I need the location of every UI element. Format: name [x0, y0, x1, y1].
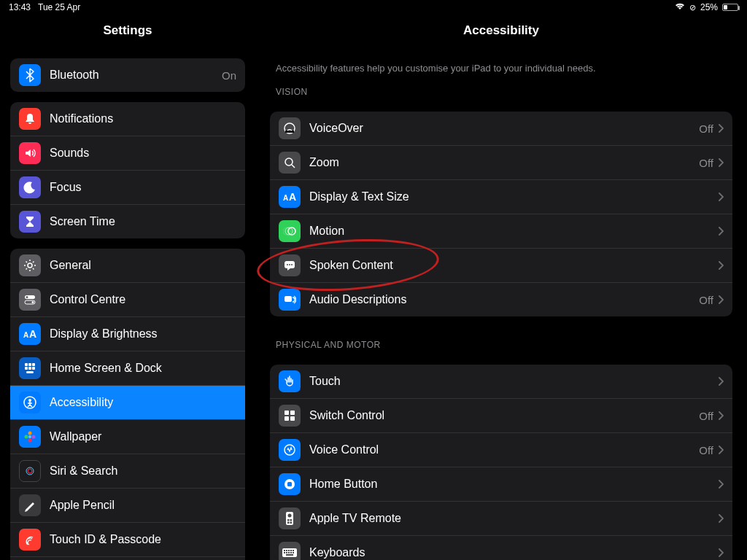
row-display-brightness[interactable]: AA Display & Brightness [10, 317, 245, 351]
svg-rect-50 [290, 519, 293, 521]
row-bluetooth[interactable]: Bluetooth On [10, 58, 245, 92]
chevron-right-icon [718, 548, 724, 557]
bluetooth-icon [19, 64, 41, 86]
svg-point-37 [289, 264, 290, 265]
row-label: Apple Pencil [50, 499, 228, 512]
chevron-right-icon [718, 227, 724, 236]
voiceover-icon [279, 117, 301, 139]
status-battery: 25% [700, 2, 718, 12]
svg-rect-41 [290, 411, 295, 415]
svg-rect-57 [290, 550, 292, 551]
svg-point-29 [285, 158, 293, 166]
row-focus[interactable]: Focus [10, 171, 245, 205]
wifi-icon [675, 2, 685, 12]
svg-point-36 [287, 264, 288, 265]
row-display-text-size[interactable]: AA Display & Text Size [270, 180, 732, 214]
svg-rect-39 [285, 296, 292, 302]
screentime-icon [19, 211, 41, 233]
row-siri-search[interactable]: Siri & Search [10, 454, 245, 489]
svg-rect-40 [285, 411, 289, 415]
status-bar: 13:43 Tue 25 Apr ⊘ 25% [0, 0, 747, 15]
general-icon [19, 254, 41, 276]
svg-rect-63 [293, 552, 294, 553]
chevron-right-icon [718, 158, 724, 167]
row-touch[interactable]: Touch [270, 365, 732, 399]
svg-point-19 [25, 435, 28, 439]
row-general[interactable]: General [10, 249, 245, 283]
row-label: Display & Brightness [50, 327, 228, 341]
row-label: Apple TV Remote [309, 512, 709, 525]
row-notifications[interactable]: Notifications [10, 102, 245, 136]
chevron-right-icon [718, 411, 724, 420]
row-label: Bluetooth [50, 69, 213, 82]
row-trail: Off [699, 294, 724, 306]
row-voice-control[interactable]: Voice Control Off [270, 433, 732, 467]
detail-group: VoiceOver Off Zoom Off AA Display & Text… [270, 112, 732, 316]
row-screen-time[interactable]: Screen Time [10, 205, 245, 238]
svg-rect-55 [286, 550, 287, 551]
row-trail: Off [699, 410, 724, 422]
sidebar-group: Bluetooth On [10, 58, 245, 92]
svg-point-16 [28, 435, 31, 438]
row-spoken-content[interactable]: Spoken Content [270, 249, 732, 283]
svg-point-20 [32, 435, 36, 439]
svg-rect-49 [287, 519, 290, 521]
spoken-content-icon [279, 254, 301, 276]
row-trail [718, 261, 724, 270]
row-label: Touch ID & Passcode [50, 533, 228, 546]
siri-icon [19, 460, 41, 482]
row-touch-id-passcode[interactable]: Touch ID & Passcode [10, 523, 245, 557]
row-home-button[interactable]: Home Button [270, 467, 732, 502]
svg-rect-46 [287, 482, 292, 486]
detail-title: Accessibility [270, 16, 732, 48]
row-switch-control[interactable]: Switch Control Off [270, 399, 732, 433]
apple-tv-remote-icon [279, 508, 301, 529]
row-keyboards[interactable]: Keyboards [270, 536, 732, 560]
svg-rect-28 [285, 131, 294, 133]
status-date: Tue 25 Apr [38, 2, 80, 12]
row-label: Voice Control [309, 443, 690, 456]
svg-point-21 [24, 465, 36, 477]
home-button-icon [279, 473, 301, 495]
row-label: Home Button [309, 478, 709, 491]
row-label: Display & Text Size [309, 190, 709, 203]
svg-text:A: A [289, 191, 296, 203]
home-screen-icon [19, 357, 41, 379]
row-battery[interactable]: Battery [10, 557, 245, 560]
row-voiceover[interactable]: VoiceOver Off [270, 112, 732, 146]
row-zoom[interactable]: Zoom Off [270, 146, 732, 180]
row-control-centre[interactable]: Control Centre [10, 283, 245, 317]
accessibility-icon [19, 392, 41, 413]
keyboards-icon [279, 542, 301, 560]
sidebar-group: Notifications Sounds Focus Screen Time [10, 102, 245, 238]
row-trail: Off [699, 122, 724, 135]
row-apple-pencil[interactable]: Apple Pencil [10, 489, 245, 523]
row-label: Siri & Search [50, 464, 228, 478]
svg-point-3 [26, 296, 28, 298]
chevron-right-icon [718, 377, 724, 386]
svg-rect-51 [287, 522, 290, 524]
row-trail-value: Off [699, 122, 713, 135]
row-label: Switch Control [309, 409, 690, 422]
voice-control-icon [279, 439, 301, 461]
touch-icon [279, 370, 301, 392]
row-sounds[interactable]: Sounds [10, 136, 245, 171]
row-wallpaper[interactable]: Wallpaper [10, 420, 245, 454]
audio-desc-icon [279, 289, 301, 311]
row-audio-descriptions[interactable]: Audio Descriptions Off [270, 283, 732, 316]
row-motion[interactable]: Motion [270, 214, 732, 249]
row-trail [718, 514, 724, 523]
svg-point-0 [28, 263, 32, 268]
row-home-screen-dock[interactable]: Home Screen & Dock [10, 351, 245, 386]
row-trail-value: On [222, 69, 236, 82]
chevron-right-icon [718, 124, 724, 133]
row-apple-tv-remote[interactable]: Apple TV Remote [270, 502, 732, 536]
chevron-right-icon [718, 295, 724, 304]
sounds-icon [19, 142, 41, 164]
svg-point-38 [291, 264, 293, 265]
row-accessibility[interactable]: Accessibility [10, 386, 245, 420]
row-trail [718, 377, 724, 386]
row-label: Screen Time [50, 215, 228, 228]
row-trail-value: Off [699, 410, 713, 422]
svg-rect-43 [290, 416, 295, 421]
